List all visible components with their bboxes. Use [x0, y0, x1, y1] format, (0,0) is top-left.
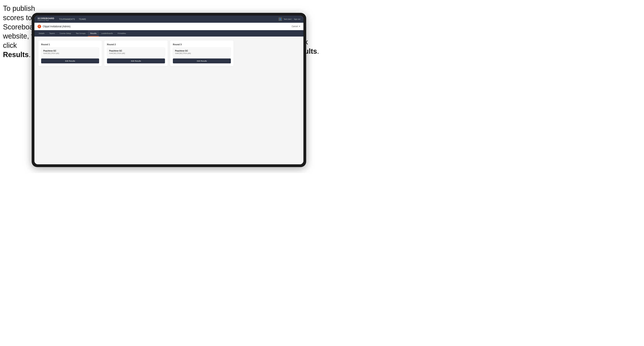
- tab-tee-groups[interactable]: Tee Groups: [74, 30, 88, 36]
- round-2-course-box: Peachtree GC Gold (M) (7010 yds): [107, 48, 165, 56]
- round-1-course-box: Peachtree GC Gold (M) (7010 yds): [41, 48, 99, 56]
- user-name: Test User |: [284, 18, 292, 20]
- round-1-course-details: Gold (M) (7010 yds): [43, 52, 97, 54]
- round-2-course-details: Gold (M) (7010 yds): [109, 52, 163, 54]
- tab-details[interactable]: Details: [36, 30, 47, 36]
- top-navigation: SCOREBOARD Powered by clippd TOURNAMENTS…: [34, 15, 304, 23]
- main-content: Round 1 Peachtree GC Gold (M) (7010 yds)…: [34, 36, 304, 164]
- round-3-course-name: Peachtree GC: [175, 50, 229, 52]
- tablet-device: SCOREBOARD Powered by clippd TOURNAMENTS…: [32, 13, 306, 167]
- round-3-course-box: Peachtree GC Gold (M) (7010 yds): [173, 48, 231, 56]
- nav-tournaments[interactable]: TOURNAMENTS: [59, 18, 75, 21]
- nav-user: 👤 Test User | Sign out: [278, 17, 300, 21]
- tournament-icon: C: [38, 25, 41, 28]
- brand-logo: SCOREBOARD Powered by clippd: [38, 17, 54, 21]
- round-1-title: Round 1: [41, 43, 99, 46]
- user-avatar: 👤: [278, 17, 282, 21]
- tab-teams[interactable]: Teams: [47, 30, 57, 36]
- round-3-course-details: Gold (M) (7010 yds): [175, 52, 229, 54]
- round-2-edit-results-button[interactable]: Edit Results: [107, 58, 165, 63]
- round-3-title: Round 3: [173, 43, 231, 46]
- tab-results[interactable]: Results: [88, 30, 99, 36]
- tournament-header: C Clippd Invitational (Admin) Cancel ✕: [34, 23, 304, 30]
- tournament-title: Clippd Invitational (Admin): [43, 25, 292, 28]
- round-3-card: Round 3 Peachtree GC Gold (M) (7010 yds)…: [170, 40, 234, 66]
- cancel-button[interactable]: Cancel ✕: [292, 25, 300, 27]
- tablet-screen: SCOREBOARD Powered by clippd TOURNAMENTS…: [34, 15, 304, 164]
- round-2-card: Round 2 Peachtree GC Gold (M) (7010 yds)…: [104, 40, 168, 66]
- brand-name: SCOREBOARD: [38, 17, 54, 19]
- round-3-edit-results-button[interactable]: Edit Results: [173, 58, 231, 63]
- tab-bar: Details Teams Course Setup Tee Groups Re…: [34, 30, 304, 36]
- round-1-course-name: Peachtree GC: [43, 50, 97, 52]
- round-1-card: Round 1 Peachtree GC Gold (M) (7010 yds)…: [38, 40, 102, 66]
- empty-column: [236, 40, 300, 66]
- nav-teams[interactable]: TEAMS: [79, 18, 86, 21]
- round-1-edit-results-button[interactable]: Edit Results: [41, 58, 99, 63]
- round-2-course-name: Peachtree GC: [109, 50, 163, 52]
- nav-links: TOURNAMENTS TEAMS: [59, 18, 278, 21]
- rounds-grid: Round 1 Peachtree GC Gold (M) (7010 yds)…: [38, 40, 300, 66]
- sign-out-link[interactable]: Sign out: [294, 18, 300, 20]
- tab-leaderboards[interactable]: Leaderboards: [99, 30, 115, 36]
- brand-sub: Powered by clippd: [38, 19, 54, 21]
- round-2-title: Round 2: [107, 43, 165, 46]
- tab-course-setup[interactable]: Course Setup: [57, 30, 74, 36]
- tab-printables[interactable]: Printables: [115, 30, 128, 36]
